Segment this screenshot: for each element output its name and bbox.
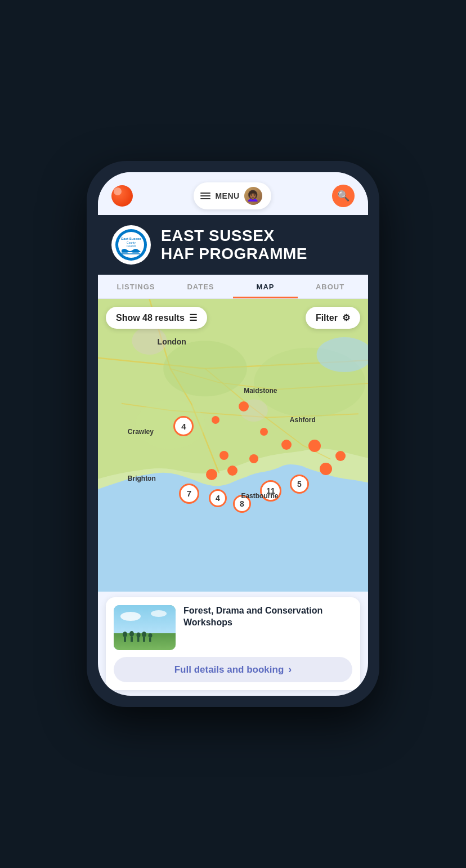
tab-listings[interactable]: LISTINGS <box>104 275 168 298</box>
nav-tabs: LISTINGS DATES MAP ABOUT <box>98 275 368 299</box>
map-marker-dot[interactable] <box>260 428 268 436</box>
hamburger-icon <box>200 193 210 199</box>
svg-point-8 <box>136 400 205 449</box>
svg-point-20 <box>137 633 141 638</box>
header-banner: East Sussex County Council EAST SUSSEXHA… <box>98 215 368 275</box>
svg-point-15 <box>151 610 167 617</box>
map-toolbar: Show 48 results ☰ Filter ⚙ <box>106 307 360 329</box>
chevron-right-icon: › <box>288 664 292 675</box>
menu-label: MENU <box>215 191 239 200</box>
filter-icon: ⚙ <box>342 312 350 323</box>
avatar: 👩🏾‍🦱 <box>244 187 262 205</box>
header-title: EAST SUSSEXHAF PROGRAMME <box>161 227 307 263</box>
svg-point-24 <box>149 633 153 638</box>
tab-dates[interactable]: DATES <box>168 275 233 298</box>
search-icon: 🔍 <box>337 190 349 202</box>
svg-point-14 <box>120 612 141 621</box>
svg-rect-23 <box>143 637 145 642</box>
map-cluster-5[interactable]: 5 <box>290 475 309 494</box>
list-icon: ☰ <box>189 312 197 323</box>
tab-about[interactable]: ABOUT <box>298 275 362 298</box>
svg-rect-21 <box>137 637 140 642</box>
council-logo: East Sussex County Council <box>111 225 151 265</box>
svg-rect-25 <box>149 638 151 642</box>
app-logo-dot <box>111 185 133 207</box>
map-marker-dot[interactable] <box>206 469 217 480</box>
show-results-label: Show 48 results <box>116 313 185 323</box>
card-image <box>114 605 176 650</box>
menu-button[interactable]: MENU 👩🏾‍🦱 <box>194 182 271 209</box>
svg-point-16 <box>123 632 127 637</box>
card-img-bg <box>114 605 176 650</box>
booking-button[interactable]: Full details and booking › <box>114 657 352 682</box>
search-button[interactable]: 🔍 <box>332 185 355 207</box>
svg-point-18 <box>129 631 134 637</box>
svg-point-9 <box>132 327 167 355</box>
info-card: Forest, Drama and Conservation Workshops… <box>106 597 360 690</box>
card-title: Forest, Drama and Conservation Workshops <box>183 605 352 629</box>
svg-point-22 <box>142 632 146 637</box>
tab-map[interactable]: MAP <box>233 275 298 298</box>
show-results-button[interactable]: Show 48 results ☰ <box>106 307 207 329</box>
booking-label: Full details and booking <box>174 664 284 675</box>
top-bar: MENU 👩🏾‍🦱 🔍 <box>98 172 368 215</box>
phone-screen: MENU 👩🏾‍🦱 🔍 East Sussex County Council <box>98 172 368 696</box>
svg-rect-19 <box>131 637 133 642</box>
map-marker-dot[interactable] <box>212 416 219 424</box>
map-cluster-7[interactable]: 7 <box>179 484 199 504</box>
svg-point-6 <box>163 341 247 396</box>
map-marker-dot[interactable] <box>308 440 321 452</box>
svg-rect-17 <box>124 637 126 642</box>
map-marker-dot[interactable] <box>239 401 249 411</box>
filter-button[interactable]: Filter ⚙ <box>306 307 360 329</box>
map-marker-dot[interactable] <box>281 440 292 450</box>
filter-label: Filter <box>316 313 338 323</box>
map-cluster-4b[interactable]: 4 <box>209 489 227 507</box>
map-container[interactable]: London Maidstone Crawley Ashford Brighto… <box>98 299 368 592</box>
phone-device: MENU 👩🏾‍🦱 🔍 East Sussex County Council <box>87 161 379 707</box>
svg-text:East Sussex: East Sussex <box>121 237 141 240</box>
map-marker-dot[interactable] <box>249 454 258 463</box>
card-content: Forest, Drama and Conservation Workshops <box>114 605 352 650</box>
svg-text:Council: Council <box>127 244 136 248</box>
map-marker-dot[interactable] <box>320 463 332 475</box>
